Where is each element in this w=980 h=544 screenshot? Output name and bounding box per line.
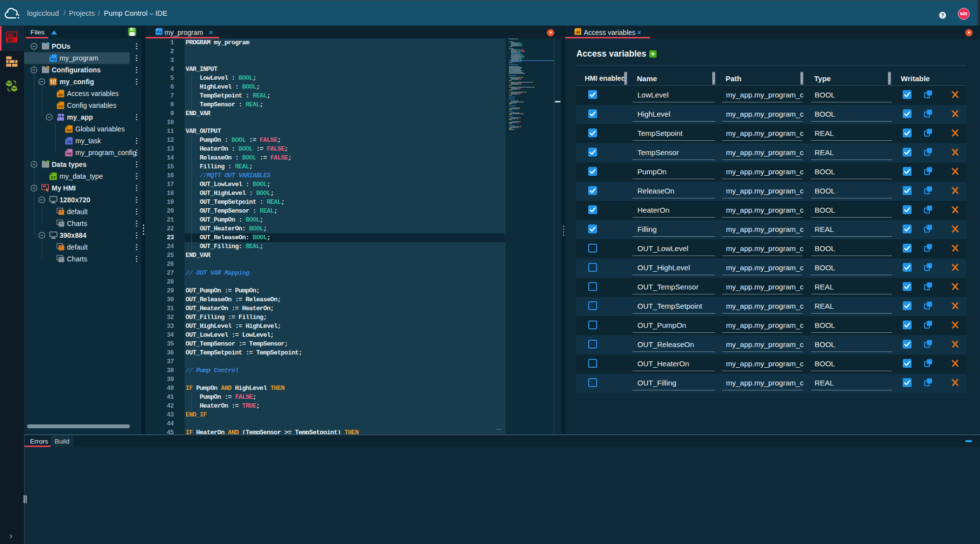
svg-text:AV: AV (576, 31, 580, 34)
